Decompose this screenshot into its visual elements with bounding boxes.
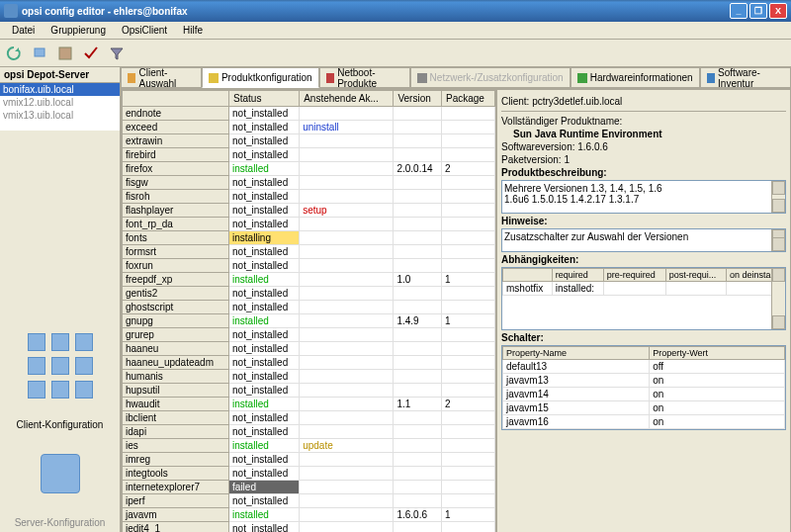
- toolbar: [0, 40, 791, 67]
- prop-row[interactable]: default13off: [503, 360, 785, 374]
- server-item[interactable]: vmix13.uib.local: [0, 109, 120, 122]
- table-row[interactable]: hupsutilnot_installed: [123, 384, 495, 398]
- table-row[interactable]: exceednot_installeduninstall: [123, 121, 495, 134]
- tab-3[interactable]: Netzwerk-/Zusatzkonfiguration: [410, 67, 571, 88]
- table-row[interactable]: integtoolsnot_installed: [123, 467, 495, 481]
- dep-required: installed:: [552, 282, 603, 296]
- clients-icon: [0, 316, 120, 415]
- swver-label: Softwareversion:: [501, 141, 574, 152]
- table-row[interactable]: imregnot_installed: [123, 453, 495, 467]
- table-row[interactable]: gentis2not_installed: [123, 287, 495, 301]
- fullname-value: Sun Java Runtime Environment: [513, 129, 662, 139]
- props-label: Schalter:: [501, 332, 544, 343]
- table-row[interactable]: gnupginstalled1.4.91: [123, 314, 495, 328]
- depot-label: opsi Depot-Server: [0, 67, 120, 83]
- deps-box[interactable]: requiredpre-requiredpost-requi...on dein…: [501, 267, 786, 330]
- table-row[interactable]: humanisnot_installed: [123, 370, 495, 384]
- table-row[interactable]: hwauditinstalled1.12: [123, 398, 495, 411]
- table-row[interactable]: formsrtnot_installed: [123, 245, 495, 259]
- client-label: Client:: [501, 96, 529, 107]
- tab-5[interactable]: Software-Inventur: [700, 67, 791, 88]
- table-row[interactable]: fisgwnot_installed: [123, 176, 495, 190]
- table-row[interactable]: endnotenot_installed: [123, 107, 495, 121]
- pkgver-label: Paketversion:: [501, 154, 562, 165]
- table-row[interactable]: foxrunnot_installed: [123, 259, 495, 273]
- desc-text: Mehrere Versionen 1.3, 1.4, 1.5, 1.6 1.6…: [504, 183, 662, 205]
- svg-rect-1: [59, 47, 71, 59]
- hints-box[interactable]: Zusatzschalter zur Auswahl der Versionen: [501, 228, 786, 252]
- props-box[interactable]: Property-Name Property-Wert default13off…: [501, 345, 786, 430]
- tab-1[interactable]: Produktkonfiguration: [202, 67, 319, 88]
- table-row[interactable]: ghostscriptnot_installed: [123, 301, 495, 314]
- table-row[interactable]: freepdf_xpinstalled1.01: [123, 273, 495, 287]
- scrollbar[interactable]: [771, 181, 785, 213]
- prop-row[interactable]: javavm15on: [503, 401, 785, 415]
- table-row[interactable]: firefoxinstalled2.0.0.142: [123, 162, 495, 176]
- col-header[interactable]: Anstehende Ak...: [300, 91, 394, 107]
- table-row[interactable]: iesinstalledupdate: [123, 439, 495, 453]
- table-row[interactable]: firebirdnot_installed: [123, 148, 495, 162]
- new-client-icon[interactable]: [30, 44, 49, 63]
- table-row[interactable]: iperfnot_installed: [123, 494, 495, 508]
- hints-label: Hinweise:: [501, 216, 548, 226]
- table-row[interactable]: haaneu_updateadmnot_installed: [123, 356, 495, 370]
- table-row[interactable]: ibclientnot_installed: [123, 411, 495, 425]
- table-row[interactable]: internetexplorer7failed: [123, 481, 495, 494]
- desc-label: Produktbeschreibung:: [501, 167, 607, 178]
- tab-2[interactable]: Netboot-Produkte: [319, 67, 410, 88]
- scrollbar[interactable]: [771, 229, 785, 251]
- desc-box[interactable]: Mehrere Versionen 1.3, 1.4, 1.5, 1.6 1.6…: [501, 180, 786, 214]
- scrollbar[interactable]: [771, 268, 785, 329]
- product-table[interactable]: StatusAnstehende Ak...VersionPackageendn…: [121, 89, 496, 532]
- col-header[interactable]: Status: [229, 91, 300, 107]
- col-header[interactable]: [123, 91, 229, 107]
- table-row[interactable]: flashplayernot_installedsetup: [123, 204, 495, 218]
- tab-0[interactable]: Client-Auswahl: [121, 67, 202, 88]
- left-panel: opsi Depot-Server bonifax.uib.local vmix…: [0, 67, 121, 532]
- table-row[interactable]: fontsinstalling: [123, 231, 495, 245]
- app-icon: [4, 4, 18, 18]
- reload-icon[interactable]: [4, 44, 24, 63]
- table-row[interactable]: fisrohnot_installed: [123, 190, 495, 204]
- table-row[interactable]: extrawinnot_installed: [123, 134, 495, 148]
- table-row[interactable]: grurepnot_installed: [123, 328, 495, 342]
- maximize-button[interactable]: ❐: [749, 3, 767, 19]
- table-row[interactable]: haaneunot_installed: [123, 342, 495, 356]
- menu-opsiclient[interactable]: OpsiClient: [114, 23, 175, 38]
- table-row[interactable]: javavminstalled1.6.0.61: [123, 508, 495, 522]
- client-config-label[interactable]: Client-Konfiguration: [0, 415, 120, 434]
- menu-datei[interactable]: Datei: [4, 23, 43, 38]
- deps-label: Abhängigkeiten:: [501, 254, 578, 265]
- server-item[interactable]: vmix12.uib.local: [0, 96, 120, 109]
- prop-row[interactable]: javavm14on: [503, 388, 785, 401]
- close-button[interactable]: X: [769, 3, 787, 19]
- table-row[interactable]: jedit4_1not_installed: [123, 522, 495, 533]
- save-icon[interactable]: [55, 44, 75, 63]
- hints-text: Zusatzschalter zur Auswahl der Versionen: [504, 231, 688, 242]
- col-header[interactable]: Version: [394, 91, 442, 107]
- menu-hilfe[interactable]: Hilfe: [175, 23, 211, 38]
- server-item[interactable]: bonifax.uib.local: [0, 83, 120, 96]
- server-icon-area: [0, 434, 120, 513]
- window-title: opsi config editor - ehlers@bonifax: [22, 6, 730, 17]
- server-config-label[interactable]: Server-Konfiguration: [0, 513, 120, 532]
- tab-bar: Client-AuswahlProduktkonfigurationNetboo…: [121, 67, 791, 89]
- tab-4[interactable]: Hardwareinformationen: [571, 67, 700, 88]
- server-list[interactable]: bonifax.uib.local vmix12.uib.local vmix1…: [0, 83, 120, 131]
- details-panel: Client: pctry3detlef.uib.local Vollständ…: [496, 89, 791, 532]
- prop-header-name[interactable]: Property-Name: [503, 347, 650, 360]
- dep-name: mshotfix: [503, 282, 553, 296]
- col-header[interactable]: Package: [442, 91, 495, 107]
- pkgver-value: 1: [564, 154, 570, 165]
- table-row[interactable]: font_rp_danot_installed: [123, 218, 495, 231]
- prop-header-value[interactable]: Property-Wert: [650, 347, 785, 360]
- swver-value: 1.6.0.6: [577, 141, 608, 152]
- table-row[interactable]: idapinot_installed: [123, 425, 495, 439]
- prop-row[interactable]: javavm16on: [503, 415, 785, 429]
- minimize-button[interactable]: _: [730, 3, 747, 19]
- prop-row[interactable]: javavm13on: [503, 374, 785, 388]
- client-value: pctry3detlef.uib.local: [532, 96, 622, 107]
- filter-icon[interactable]: [107, 44, 127, 63]
- menu-gruppierung[interactable]: Gruppierung: [43, 23, 114, 38]
- check-icon[interactable]: [81, 44, 101, 63]
